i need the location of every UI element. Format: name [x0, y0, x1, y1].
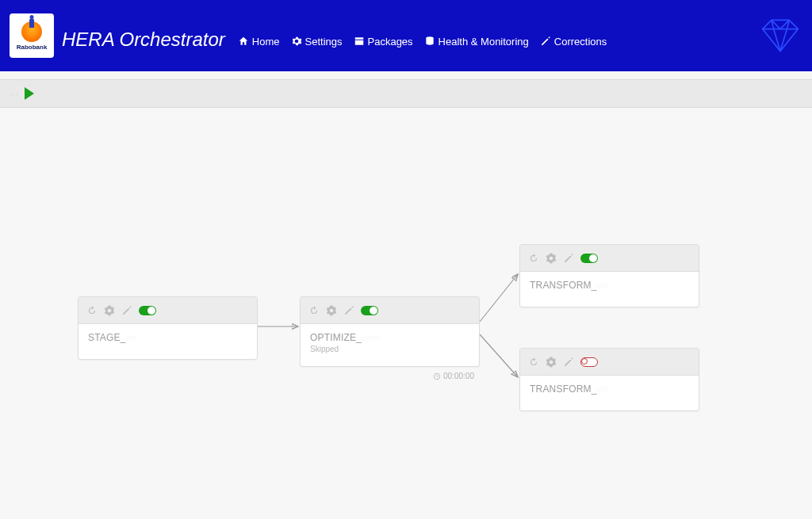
nav-home[interactable]: Home — [238, 36, 280, 48]
enable-toggle[interactable] — [139, 306, 156, 315]
node-header — [520, 349, 699, 376]
node-body: OPTIMIZE_······· Skipped — [301, 324, 479, 366]
nav-label: Home — [252, 36, 280, 48]
nav-corrections[interactable]: Corrections — [540, 36, 607, 48]
node-time: 00:00:00 — [433, 372, 474, 380]
nav-label: Corrections — [554, 36, 607, 48]
nav-label: Packages — [368, 36, 413, 48]
workflow-node-optimize[interactable]: OPTIMIZE_······· Skipped 00:00:00 — [300, 296, 480, 367]
node-title: TRANSFORM_···· — [530, 280, 689, 291]
app-title: HERA Orchestrator — [62, 29, 225, 51]
node-body: TRANSFORM_···· — [520, 272, 699, 307]
node-header — [79, 297, 257, 324]
workflow-node-stage[interactable]: STAGE_···· — [78, 296, 258, 360]
enable-toggle[interactable] — [580, 357, 598, 367]
node-header — [520, 245, 699, 272]
history-icon[interactable] — [308, 305, 320, 316]
history-icon[interactable] — [528, 357, 539, 368]
enable-toggle[interactable] — [580, 254, 598, 263]
node-title: OPTIMIZE_······· — [310, 332, 469, 343]
pencil-icon[interactable] — [343, 305, 354, 316]
enable-toggle[interactable] — [361, 306, 378, 315]
workflow-canvas[interactable]: STAGE_···· OPTIMIZE_······· Skipped 00:0… — [0, 108, 812, 519]
history-icon[interactable] — [86, 305, 98, 316]
nav-settings[interactable]: Settings — [291, 36, 343, 48]
pencil-icon — [540, 36, 551, 47]
logo-icon — [21, 21, 42, 42]
home-icon — [238, 36, 249, 47]
node-body: TRANSFORM_···· — [520, 376, 699, 410]
svg-line-3 — [480, 334, 518, 377]
svg-line-2 — [480, 274, 518, 322]
nav-label: Health & Monitoring — [439, 36, 529, 48]
pencil-icon[interactable] — [563, 357, 574, 368]
node-status: Skipped — [310, 345, 469, 353]
nav-health[interactable]: Health & Monitoring — [424, 36, 529, 48]
app-header: Rabobank HERA Orchestrator Home Settings… — [0, 0, 812, 71]
node-title: STAGE_···· — [88, 332, 247, 343]
clock-icon — [433, 372, 441, 380]
node-body: STAGE_···· — [79, 324, 257, 359]
diamond-icon — [758, 17, 802, 54]
workflow-node-transform2[interactable]: TRANSFORM_···· — [519, 348, 699, 411]
gear-icon[interactable] — [104, 305, 115, 316]
pencil-icon[interactable] — [121, 305, 132, 316]
workflow-node-transform1[interactable]: TRANSFORM_···· — [519, 244, 699, 307]
node-header — [301, 297, 479, 324]
gear-icon — [291, 36, 302, 47]
pencil-icon[interactable] — [563, 253, 574, 264]
toolbar: ··· — [0, 79, 812, 108]
logo-text: Rabobank — [17, 44, 48, 51]
node-title: TRANSFORM_···· — [530, 384, 689, 395]
gear-icon[interactable] — [326, 305, 337, 316]
nav-label: Settings — [305, 36, 343, 48]
main-nav: Home Settings Packages Health & Monitori… — [238, 36, 607, 48]
gear-icon[interactable] — [546, 253, 557, 264]
history-icon[interactable] — [528, 253, 539, 264]
breadcrumb: ··· — [10, 88, 18, 100]
play-button[interactable] — [25, 87, 34, 100]
database-icon — [424, 36, 435, 47]
gear-icon[interactable] — [546, 357, 557, 368]
brand-logo: Rabobank — [10, 13, 54, 58]
package-icon — [354, 36, 365, 47]
nav-packages[interactable]: Packages — [354, 36, 413, 48]
